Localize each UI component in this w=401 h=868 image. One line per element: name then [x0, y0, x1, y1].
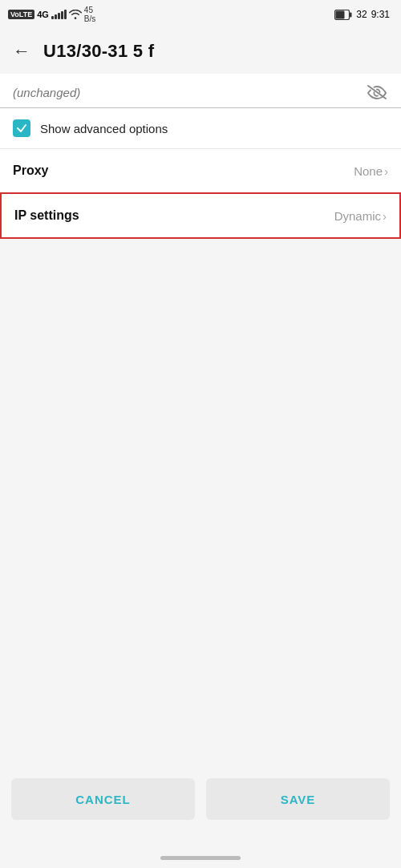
save-button[interactable]: SAVE: [206, 778, 390, 820]
home-indicator: [160, 856, 241, 860]
battery-percent: 32: [356, 9, 367, 20]
advanced-options-checkbox[interactable]: [13, 119, 30, 137]
svg-rect-2: [336, 10, 345, 18]
password-row: [0, 74, 401, 108]
toolbar: ← U13/30-31 5 f: [0, 29, 401, 74]
battery-icon: [334, 10, 352, 20]
ip-settings-row[interactable]: IP settings Dynamic ›: [0, 192, 401, 239]
page-title: U13/30-31 5 f: [43, 41, 154, 62]
volte-indicator: VoLTE: [8, 10, 34, 19]
cancel-button[interactable]: CANCEL: [11, 778, 195, 820]
proxy-value: None ›: [354, 164, 388, 178]
content-spacer: [0, 239, 401, 772]
proxy-chevron-icon: ›: [384, 164, 388, 178]
signal-bars-icon: [51, 10, 67, 19]
password-input[interactable]: [13, 86, 366, 99]
signal-4g: 4G: [37, 10, 49, 19]
form-content: Show advanced options Proxy None › IP se…: [0, 74, 401, 239]
ip-settings-label: IP settings: [14, 208, 79, 223]
back-button[interactable]: ←: [13, 42, 30, 60]
main-content: Show advanced options Proxy None › IP se…: [0, 74, 401, 772]
ip-settings-value: Dynamic ›: [334, 209, 387, 223]
proxy-row[interactable]: Proxy None ›: [0, 148, 401, 192]
ip-settings-chevron-icon: ›: [383, 209, 387, 223]
advanced-options-row[interactable]: Show advanced options: [0, 108, 401, 148]
toggle-password-visibility-button[interactable]: [366, 83, 388, 101]
network-speed: 45B/s: [84, 6, 95, 23]
wifi-icon: [69, 10, 82, 19]
status-left: VoLTE 4G 45B/s: [8, 6, 95, 23]
bottom-buttons: CANCEL SAVE: [0, 770, 401, 828]
svg-rect-1: [350, 12, 352, 17]
proxy-label: Proxy: [13, 164, 48, 178]
time-display: 9:31: [371, 9, 390, 20]
status-right: 32 9:31: [334, 9, 390, 20]
advanced-options-label: Show advanced options: [40, 122, 168, 135]
status-bar: VoLTE 4G 45B/s 32 9:31: [0, 0, 401, 29]
